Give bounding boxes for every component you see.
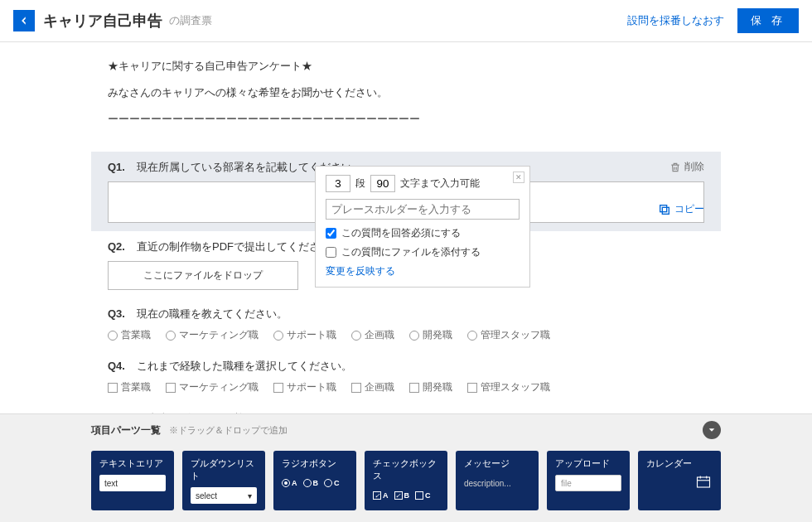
placeholder-input[interactable] [326,199,520,220]
part-checkbox[interactable]: チェックボックス ✓A ✓B C [365,451,447,510]
part-preview: text [99,475,166,491]
parts-panel: 項目パーツ一覧 ※ドラッグ＆ドロップで追加 テキストエリア text プルダウン… [0,413,812,522]
copy-icon [658,203,671,216]
cols-input[interactable] [370,175,395,192]
question-text: 直近の制作物をPDFで提出してください。 [137,239,341,254]
field-settings-popup: ✕ 段 文字まで入力可能 この質問を回答必須にする この質問にファイルを添付する… [315,166,530,288]
chevron-down-icon [708,426,716,434]
trash-icon [669,162,681,173]
header: キャリア自己申告 の調査票 設問を採番しなおす 保 存 [0,0,812,42]
checkbox-option[interactable]: 管理スタッフ職 [467,380,550,394]
svg-rect-2 [698,477,710,487]
part-preview: select▾ [191,487,257,504]
file-drop-zone[interactable]: ここにファイルをドロップ [108,261,298,290]
required-checkbox[interactable]: この質問を回答必須にする [326,226,520,240]
back-button[interactable] [13,10,35,31]
checkbox-option[interactable]: サポート職 [273,380,336,394]
page-subtitle: の調査票 [169,13,212,28]
delete-button[interactable]: 削除 [669,160,704,174]
question-3[interactable]: Q3. 現在の職種を教えてください。 営業職 マーケティング職 サポート職 企画… [91,298,721,350]
svg-rect-0 [660,205,667,211]
checkbox-option[interactable]: 開発職 [409,380,452,394]
question-actions: 削除 コピー [658,160,704,216]
question-text: これまで経験した職種を選択してください。 [137,359,352,374]
parts-row: テキストエリア text プルダウンリスト select▾ ラジオボタン A B… [0,446,812,522]
rows-label: 段 [355,176,365,191]
part-upload[interactable]: アップロード file [547,451,630,510]
header-actions: 設問を採番しなおす 保 存 [627,8,799,33]
part-preview: file [555,475,621,491]
intro-line: みなさんのキャリアへの様々な希望をお聞かせください。 [108,85,704,100]
page-title: キャリア自己申告 [43,11,162,31]
renumber-link[interactable]: 設問を採番しなおす [627,13,724,28]
checkbox-option[interactable]: 営業職 [108,380,151,394]
apply-link[interactable]: 変更を反映する [326,264,520,278]
part-calendar[interactable]: カレンダー [638,451,721,510]
part-preview: ✓A ✓B C [373,487,439,504]
calendar-icon [646,475,713,490]
rows-input[interactable] [326,175,350,192]
radio-option[interactable]: マーケティング職 [166,328,259,342]
collapse-button[interactable] [703,421,721,439]
part-preview: description... [464,475,530,491]
arrow-left-icon [18,15,30,27]
panel-note: ※ドラッグ＆ドロップで追加 [169,424,288,437]
question-text: 現在の職種を教えてください。 [137,307,288,321]
checkbox-option[interactable]: 企画職 [351,380,394,394]
svg-rect-1 [662,207,669,214]
intro-line: ★キャリアに関する自己申告アンケート★ [108,59,704,74]
attach-checkbox[interactable]: この質問にファイルを添付する [326,245,520,259]
intro-block: ★キャリアに関する自己申告アンケート★ みなさんのキャリアへの様々な希望をお聞か… [91,56,721,152]
part-textarea[interactable]: テキストエリア text [91,451,174,510]
question-number: Q4. [108,360,125,372]
question-number: Q3. [108,307,125,320]
close-button[interactable]: ✕ [513,172,524,183]
radio-options: 営業職 マーケティング職 サポート職 企画職 開発職 管理スタッフ職 [108,328,704,342]
part-preview: A B C [282,475,348,491]
part-radio[interactable]: ラジオボタン A B C [273,451,356,510]
radio-option[interactable]: 企画職 [351,328,394,342]
radio-option[interactable]: サポート職 [273,328,336,342]
radio-option[interactable]: 開発職 [409,328,452,342]
question-4[interactable]: Q4. これまで経験した職種を選択してください。 営業職 マーケティング職 サポ… [91,350,721,403]
checkbox-option[interactable]: マーケティング職 [166,380,259,394]
cols-label: 文字まで入力可能 [400,176,480,191]
radio-option[interactable]: 営業職 [108,328,151,342]
question-number: Q1. [108,161,125,173]
copy-button[interactable]: コピー [658,202,704,216]
radio-option[interactable]: 管理スタッフ職 [467,328,550,342]
part-select[interactable]: プルダウンリスト select▾ [182,451,265,510]
panel-title: 項目パーツ一覧 [91,423,161,437]
intro-line: ーーーーーーーーーーーーーーーーーーーーーーーーーーーーー [108,112,704,127]
checkbox-options: 営業職 マーケティング職 サポート職 企画職 開発職 管理スタッフ職 [108,380,704,394]
save-button[interactable]: 保 存 [737,8,799,33]
question-number: Q2. [108,240,125,253]
part-message[interactable]: メッセージ description... [456,451,539,510]
